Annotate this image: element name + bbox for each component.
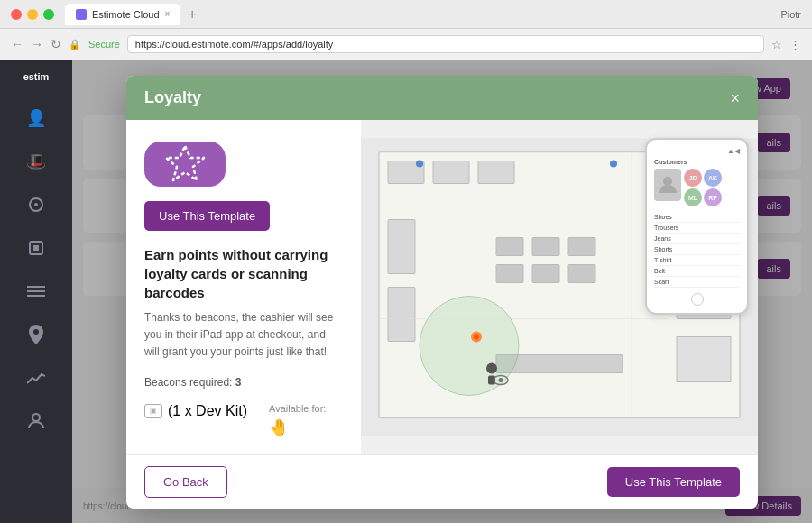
phone-home-button: [691, 293, 704, 306]
beacon-kit-label: (1 x Dev Kit): [168, 403, 247, 419]
more-icon[interactable]: ⋮: [789, 38, 801, 51]
sidebar-item-hat[interactable]: 🎩: [22, 147, 51, 176]
back-btn[interactable]: ←: [11, 37, 23, 51]
list-item-trousers: Trousers: [654, 223, 740, 234]
user-name: Piotr: [780, 9, 801, 20]
avatar-ml: ML: [684, 188, 702, 206]
avatar-jd: JD: [684, 169, 702, 187]
svg-rect-21: [532, 238, 559, 256]
svg-rect-13: [478, 161, 514, 184]
modal-backdrop: Loyalty × Use This Template Earn points …: [72, 60, 812, 523]
modal-header: Loyalty ×: [126, 76, 758, 120]
modal-title: Loyalty: [144, 88, 201, 107]
customers-label: Customers: [654, 159, 740, 165]
loyalty-modal: Loyalty × Use This Template Earn points …: [126, 76, 758, 509]
nav-bar: ← → ↻ 🔒 Secure https://cloud.estimote.co…: [0, 29, 812, 60]
modal-close-button[interactable]: ×: [730, 90, 740, 106]
titlebar: Estimote Cloud × + Piotr: [0, 0, 812, 29]
use-template-top-button[interactable]: Use This Template: [144, 201, 270, 231]
browser-tab[interactable]: Estimote Cloud ×: [65, 4, 180, 25]
url-bar[interactable]: https://cloud.estimote.com/#/apps/add/lo…: [127, 35, 764, 53]
svg-rect-32: [488, 376, 495, 385]
available-for-item: Available for: 🤚: [269, 403, 326, 437]
svg-rect-22: [568, 238, 595, 256]
avatar-ak: AK: [704, 169, 722, 187]
list-item-tshirt: T-shirt: [654, 255, 740, 266]
sidebar-item-user2[interactable]: [22, 407, 51, 436]
browser-chrome: Estimote Cloud × + Piotr ← → ↻ 🔒 Secure …: [0, 0, 812, 60]
sidebar-item-chart[interactable]: [22, 363, 51, 392]
beacon-kit-item: ▣ (1 x Dev Kit): [144, 403, 247, 437]
svg-rect-3: [33, 245, 39, 251]
svg-rect-12: [433, 161, 469, 184]
sidebar-item-location[interactable]: [22, 320, 51, 349]
svg-point-33: [416, 161, 423, 168]
description-title: Earn points without carrying loyalty car…: [144, 245, 343, 302]
list-item-scarf: Scarf: [654, 277, 740, 288]
svg-point-31: [486, 363, 497, 374]
svg-rect-24: [532, 265, 559, 283]
new-tab-btn[interactable]: +: [188, 6, 196, 23]
sidebar-item-menu[interactable]: [22, 277, 51, 306]
fullscreen-traffic-light[interactable]: [43, 9, 54, 20]
close-traffic-light[interactable]: [11, 9, 22, 20]
traffic-lights: [11, 9, 54, 20]
customer-avatars: JD AK ML RP: [654, 169, 740, 206]
available-for-label: Available for:: [269, 403, 326, 414]
refresh-btn[interactable]: ↻: [51, 37, 61, 51]
phone-mockup: ▲◀ Customers JD AK: [645, 138, 749, 315]
tab-bar: Estimote Cloud × +: [65, 4, 780, 25]
use-template-footer-button[interactable]: Use This Template: [607, 467, 740, 497]
svg-rect-20: [496, 238, 523, 256]
svg-marker-8: [166, 146, 204, 180]
minimize-traffic-light[interactable]: [27, 9, 38, 20]
list-item-shorts: Shorts: [654, 244, 740, 255]
modal-body: Use This Template Earn points without ca…: [126, 120, 758, 454]
forward-btn[interactable]: →: [31, 37, 43, 51]
list-item-shoes: Shoes: [654, 212, 740, 223]
svg-rect-23: [496, 265, 523, 283]
phone-list: Shoes Trousers Jeans Shorts T-shirt Belt…: [654, 212, 740, 288]
avatar-rp: RP: [704, 188, 722, 206]
sidebar-logo: estim: [23, 71, 50, 82]
tab-favicon: [76, 9, 87, 20]
svg-point-28: [420, 297, 519, 396]
phone-signal: ▲◀: [727, 147, 740, 155]
app-icon: [144, 142, 226, 187]
svg-point-1: [34, 203, 38, 206]
phone-top: ▲◀: [654, 147, 740, 155]
main-content: ▸ New App ails ails ails Loyalty ×: [72, 60, 812, 523]
svg-point-7: [32, 414, 40, 421]
description-text: Thanks to beacons, the cashier will see …: [144, 309, 343, 362]
app-container: estim 👤 🎩 ▸ New App ails: [0, 60, 812, 523]
svg-point-40: [663, 177, 672, 186]
lock-icon: 🔒: [69, 39, 81, 50]
svg-point-30: [474, 335, 479, 340]
secure-label: Secure: [88, 39, 120, 50]
tab-title: Estimote Cloud: [92, 9, 160, 20]
beacon-kit-value: ▣ (1 x Dev Kit): [144, 403, 247, 419]
svg-rect-25: [568, 265, 595, 283]
modal-right-panel: ▲◀ Customers JD AK: [361, 120, 758, 454]
sidebar: estim 👤 🎩: [0, 60, 72, 523]
beacons-required: Beacons required: 3: [144, 376, 343, 389]
go-back-button[interactable]: Go Back: [144, 466, 227, 498]
bookmark-icon[interactable]: ☆: [771, 38, 782, 51]
svg-rect-15: [388, 220, 415, 274]
modal-footer: Go Back Use This Template: [126, 454, 758, 509]
main-customer-avatar: [654, 169, 681, 201]
sidebar-item-circle[interactable]: [22, 190, 51, 219]
modal-left-panel: Use This Template Earn points without ca…: [126, 120, 361, 454]
list-item-belt: Belt: [654, 266, 740, 277]
sidebar-item-box[interactable]: [22, 234, 51, 262]
svg-point-34: [610, 161, 617, 168]
sidebar-item-profile[interactable]: 👤: [22, 104, 51, 133]
meta-row: ▣ (1 x Dev Kit) Available for: 🤚: [144, 403, 343, 437]
available-for-value: 🤚: [269, 417, 326, 437]
svg-rect-27: [677, 337, 731, 382]
tab-close-btn[interactable]: ×: [165, 9, 171, 19]
beacon-kit-icon: ▣: [144, 404, 162, 418]
nav-icons: ☆ ⋮: [771, 38, 801, 51]
list-item-jeans: Jeans: [654, 234, 740, 244]
svg-rect-16: [388, 288, 415, 342]
